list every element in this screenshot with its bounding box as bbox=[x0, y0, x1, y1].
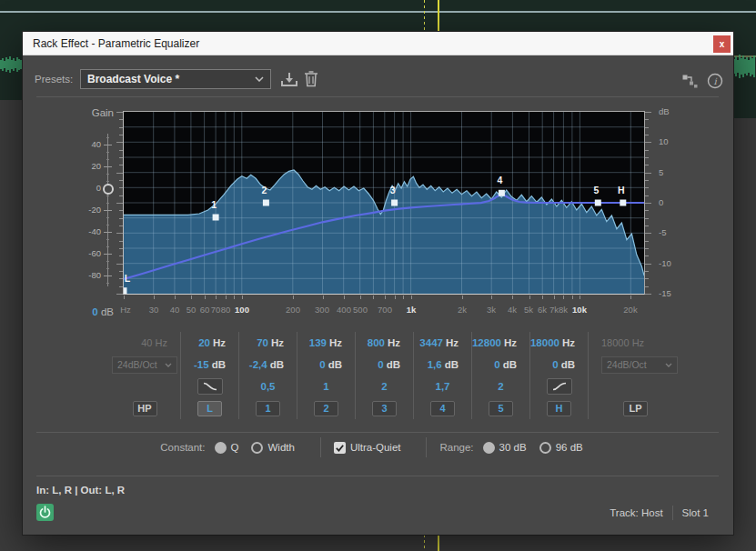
band-3-toggle[interactable]: 3 bbox=[372, 401, 397, 416]
master-gain-knob[interactable] bbox=[103, 184, 114, 195]
eq-graph[interactable]: L12345H bbox=[124, 112, 644, 294]
db-tick bbox=[645, 150, 649, 151]
lp-slope-select: 24dB/Oct bbox=[601, 356, 678, 374]
constant-label: Constant: bbox=[160, 442, 205, 453]
band-4-q[interactable]: 1,7 bbox=[414, 376, 471, 397]
band-5-frequency[interactable]: 12800Hz bbox=[472, 332, 529, 354]
eq-band-handle[interactable] bbox=[263, 200, 269, 206]
eq-band-handle[interactable] bbox=[595, 200, 601, 206]
save-preset-icon[interactable] bbox=[280, 72, 298, 91]
band-lp-toggle[interactable]: LP bbox=[623, 401, 648, 416]
freq-tick bbox=[491, 296, 492, 299]
band-L-gain[interactable]: -15dB bbox=[181, 354, 238, 376]
divider bbox=[36, 476, 719, 476]
band-hp-toggle[interactable]: HP bbox=[133, 401, 157, 416]
freq-tick bbox=[154, 296, 155, 299]
db-tick bbox=[119, 278, 123, 279]
master-gain-value: 0 bbox=[92, 306, 97, 317]
band-L-toggle[interactable]: L bbox=[197, 401, 222, 416]
db-tick bbox=[645, 286, 649, 287]
freq-tick-label: 20k bbox=[615, 305, 646, 315]
band-4-gain[interactable]: 1,6dB bbox=[414, 354, 471, 376]
row-label-band bbox=[23, 397, 109, 419]
db-tick bbox=[116, 173, 123, 174]
freq-tick bbox=[226, 296, 227, 299]
eq-band-handle-label: L bbox=[125, 273, 131, 284]
range-96db-radio[interactable] bbox=[539, 442, 551, 454]
freq-tick bbox=[175, 296, 176, 299]
eq-graph-panel[interactable]: L12345H bbox=[123, 111, 645, 295]
band-2-gain[interactable]: 0dB bbox=[297, 354, 355, 376]
db-tick bbox=[645, 294, 651, 295]
band-1-frequency[interactable]: 70Hz bbox=[239, 332, 297, 354]
band-H-gain[interactable]: 0dB bbox=[530, 354, 588, 376]
divider bbox=[672, 506, 673, 520]
band-H-frequency[interactable]: 18000Hz bbox=[530, 332, 588, 354]
eq-band-handle[interactable] bbox=[124, 287, 127, 294]
channel-routing-icon[interactable] bbox=[682, 75, 698, 92]
gain-tick bbox=[104, 210, 112, 211]
db-tick-label: 0 bbox=[659, 197, 663, 207]
band-4-frequency[interactable]: 3447Hz bbox=[414, 332, 471, 354]
band-4-toggle[interactable]: 4 bbox=[430, 401, 455, 416]
eq-band-handle[interactable] bbox=[213, 215, 219, 221]
constant-width-radio[interactable] bbox=[251, 442, 263, 454]
eq-band-handle[interactable] bbox=[391, 200, 398, 206]
band-5-toggle[interactable]: 5 bbox=[489, 401, 513, 416]
io-channels-label: In: L, R | Out: L, R bbox=[36, 485, 125, 496]
range-30db-radio[interactable] bbox=[483, 442, 495, 454]
eq-band-handle[interactable] bbox=[620, 200, 626, 206]
eq-band-handle[interactable] bbox=[499, 190, 505, 196]
info-icon[interactable]: i bbox=[707, 73, 723, 93]
freq-tick bbox=[572, 296, 573, 299]
db-tick bbox=[119, 225, 123, 226]
waveform-panel-left bbox=[0, 32, 23, 100]
freq-tick bbox=[360, 296, 361, 299]
gain-tick bbox=[104, 166, 112, 167]
waveform-left bbox=[0, 32, 23, 100]
ultra-quiet-checkbox[interactable] bbox=[334, 442, 346, 454]
band-2-toggle[interactable]: 2 bbox=[314, 401, 338, 416]
band-parameter-table: 40 Hz24dB/OctHP20Hz-15dBL70Hz-2,4dB0,511… bbox=[23, 332, 733, 419]
db-tick bbox=[116, 264, 123, 265]
power-toggle-button[interactable] bbox=[36, 504, 54, 521]
freq-tick bbox=[373, 296, 374, 299]
band-3-frequency[interactable]: 800Hz bbox=[356, 332, 413, 354]
band-2-q[interactable]: 1 bbox=[297, 376, 355, 397]
band-3-gain[interactable]: 0dB bbox=[356, 354, 413, 376]
waveform-right bbox=[733, 32, 756, 118]
playhead-line[interactable] bbox=[438, 535, 439, 551]
low-shelf-icon[interactable] bbox=[197, 378, 223, 395]
band-H-toggle[interactable]: H bbox=[547, 401, 571, 416]
band-1-toggle[interactable]: 1 bbox=[256, 401, 280, 416]
band-1-q[interactable]: 0,5 bbox=[239, 376, 297, 397]
playhead-line[interactable] bbox=[438, 0, 439, 32]
db-tick bbox=[645, 225, 649, 226]
dialog-title: Rack Effect - Parametric Equalizer bbox=[33, 37, 199, 50]
options-row: Constant: Q Width Ultra-Quiet Range: 30 … bbox=[23, 436, 733, 459]
band-2-frequency[interactable]: 139Hz bbox=[297, 332, 355, 354]
range-label: Range: bbox=[439, 442, 473, 453]
db-tick bbox=[116, 112, 123, 113]
db-tick bbox=[119, 119, 123, 120]
band-L-frequency[interactable]: 20Hz bbox=[181, 332, 238, 354]
close-button[interactable]: x bbox=[713, 35, 731, 53]
band-5-gain[interactable]: 0dB bbox=[472, 354, 529, 376]
db-tick bbox=[119, 218, 123, 219]
freq-tick bbox=[512, 296, 513, 299]
divider bbox=[320, 437, 321, 457]
eq-band-handle-label: 3 bbox=[390, 185, 396, 195]
band-5-q[interactable]: 2 bbox=[472, 376, 529, 397]
db-tick-label: -5 bbox=[659, 227, 666, 237]
db-tick bbox=[116, 294, 123, 295]
band-3-q[interactable]: 2 bbox=[356, 376, 413, 397]
band-1-gain[interactable]: -2,4dB bbox=[239, 354, 297, 376]
high-shelf-icon[interactable] bbox=[547, 378, 572, 395]
db-tick bbox=[119, 195, 123, 196]
freq-tick bbox=[411, 296, 412, 299]
constant-q-radio[interactable] bbox=[215, 442, 227, 454]
dialog-titlebar[interactable]: Rack Effect - Parametric Equalizer bbox=[23, 32, 733, 55]
gain-tick bbox=[104, 145, 112, 145]
presets-select[interactable]: Broadcast Voice * bbox=[80, 69, 271, 89]
delete-preset-icon[interactable] bbox=[304, 70, 318, 91]
